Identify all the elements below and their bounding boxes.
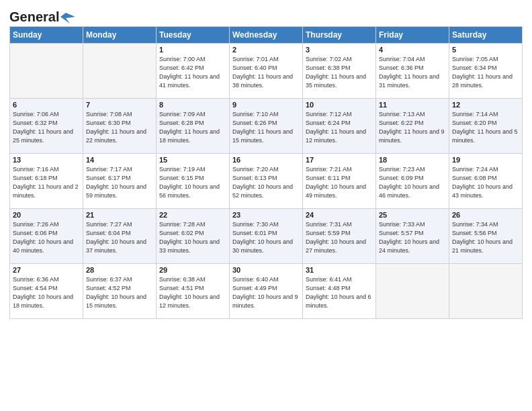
calendar-cell: 12Sunrise: 7:14 AMSunset: 6:20 PMDayligh… [449, 99, 523, 154]
calendar-cell: 30Sunrise: 6:40 AMSunset: 4:49 PMDayligh… [230, 264, 303, 319]
logo: General [9, 7, 75, 22]
day-number: 24 [306, 211, 373, 219]
day-info: Sunrise: 7:30 AMSunset: 6:01 PMDaylight:… [232, 220, 300, 255]
calendar-cell: 14Sunrise: 7:17 AMSunset: 6:17 PMDayligh… [83, 154, 157, 209]
calendar-cell: 15Sunrise: 7:19 AMSunset: 6:15 PMDayligh… [157, 154, 230, 209]
calendar-table: SundayMondayTuesdayWednesdayThursdayFrid… [9, 26, 523, 319]
day-info: Sunrise: 7:06 AMSunset: 6:32 PMDaylight:… [13, 110, 80, 145]
calendar-cell: 24Sunrise: 7:31 AMSunset: 5:59 PMDayligh… [303, 209, 376, 264]
day-number: 8 [159, 101, 226, 109]
logo-bird-icon [60, 11, 75, 24]
calendar-cell: 9Sunrise: 7:10 AMSunset: 6:26 PMDaylight… [230, 99, 303, 154]
calendar-cell: 3Sunrise: 7:02 AMSunset: 6:38 PMDaylight… [303, 44, 376, 99]
day-number: 6 [13, 101, 80, 109]
calendar-cell: 20Sunrise: 7:26 AMSunset: 6:06 PMDayligh… [10, 209, 83, 264]
svg-marker-0 [60, 13, 75, 24]
day-info: Sunrise: 7:17 AMSunset: 6:17 PMDaylight:… [86, 165, 153, 200]
calendar-cell: 29Sunrise: 6:38 AMSunset: 4:51 PMDayligh… [157, 264, 230, 319]
calendar-cell: 5Sunrise: 7:05 AMSunset: 6:34 PMDaylight… [449, 44, 523, 99]
weekday-header-monday: Monday [83, 27, 157, 44]
day-number: 19 [452, 156, 519, 164]
day-number: 15 [159, 156, 226, 164]
calendar-cell: 10Sunrise: 7:12 AMSunset: 6:24 PMDayligh… [303, 99, 376, 154]
day-number: 20 [13, 211, 80, 219]
day-info: Sunrise: 7:23 AMSunset: 6:09 PMDaylight:… [379, 165, 446, 200]
day-info: Sunrise: 7:21 AMSunset: 6:11 PMDaylight:… [306, 165, 373, 200]
day-info: Sunrise: 7:24 AMSunset: 6:08 PMDaylight:… [452, 165, 519, 200]
day-info: Sunrise: 7:31 AMSunset: 5:59 PMDaylight:… [306, 220, 373, 255]
calendar-cell: 7Sunrise: 7:08 AMSunset: 6:30 PMDaylight… [83, 99, 157, 154]
calendar-week-row: 13Sunrise: 7:16 AMSunset: 6:18 PMDayligh… [10, 154, 523, 209]
weekday-header-friday: Friday [376, 27, 449, 44]
calendar-cell: 27Sunrise: 6:36 AMSunset: 4:54 PMDayligh… [10, 264, 83, 319]
day-number: 2 [232, 46, 300, 54]
day-info: Sunrise: 7:26 AMSunset: 6:06 PMDaylight:… [13, 220, 80, 255]
day-info: Sunrise: 7:14 AMSunset: 6:20 PMDaylight:… [452, 110, 519, 145]
header: General [9, 7, 523, 22]
day-info: Sunrise: 7:16 AMSunset: 6:18 PMDaylight:… [13, 165, 80, 200]
calendar-cell: 31Sunrise: 6:41 AMSunset: 4:48 PMDayligh… [303, 264, 376, 319]
weekday-header-tuesday: Tuesday [157, 27, 230, 44]
day-number: 11 [379, 101, 446, 109]
day-info: Sunrise: 7:02 AMSunset: 6:38 PMDaylight:… [306, 55, 373, 90]
calendar-cell: 23Sunrise: 7:30 AMSunset: 6:01 PMDayligh… [230, 209, 303, 264]
page: General SundayMondayTuesdayWednesdayThur… [0, 0, 532, 411]
weekday-header-sunday: Sunday [10, 27, 83, 44]
day-number: 30 [232, 266, 300, 274]
day-info: Sunrise: 7:05 AMSunset: 6:34 PMDaylight:… [452, 55, 519, 90]
day-info: Sunrise: 6:37 AMSunset: 4:52 PMDaylight:… [86, 275, 153, 310]
calendar-week-row: 27Sunrise: 6:36 AMSunset: 4:54 PMDayligh… [10, 264, 523, 319]
calendar-cell [449, 264, 523, 319]
calendar-week-row: 1Sunrise: 7:00 AMSunset: 6:42 PMDaylight… [10, 44, 523, 99]
calendar-cell: 6Sunrise: 7:06 AMSunset: 6:32 PMDaylight… [10, 99, 83, 154]
day-number: 13 [13, 156, 80, 164]
day-number: 26 [452, 211, 519, 219]
weekday-header-wednesday: Wednesday [230, 27, 303, 44]
day-number: 5 [452, 46, 519, 54]
day-info: Sunrise: 7:09 AMSunset: 6:28 PMDaylight:… [159, 110, 226, 145]
calendar-week-row: 20Sunrise: 7:26 AMSunset: 6:06 PMDayligh… [10, 209, 523, 264]
day-number: 21 [86, 211, 153, 219]
day-number: 12 [452, 101, 519, 109]
day-info: Sunrise: 7:27 AMSunset: 6:04 PMDaylight:… [86, 220, 153, 255]
day-number: 27 [13, 266, 80, 274]
calendar-cell: 2Sunrise: 7:01 AMSunset: 6:40 PMDaylight… [230, 44, 303, 99]
day-info: Sunrise: 7:10 AMSunset: 6:26 PMDaylight:… [232, 110, 300, 145]
day-info: Sunrise: 7:01 AMSunset: 6:40 PMDaylight:… [232, 55, 300, 90]
day-number: 9 [232, 101, 300, 109]
day-number: 17 [306, 156, 373, 164]
calendar-cell: 26Sunrise: 7:34 AMSunset: 5:56 PMDayligh… [449, 209, 523, 264]
weekday-header-saturday: Saturday [449, 27, 523, 44]
day-number: 25 [379, 211, 446, 219]
day-number: 3 [306, 46, 373, 54]
calendar-cell: 22Sunrise: 7:28 AMSunset: 6:02 PMDayligh… [157, 209, 230, 264]
day-number: 7 [86, 101, 153, 109]
calendar-cell [376, 264, 449, 319]
day-number: 18 [379, 156, 446, 164]
calendar-cell [10, 44, 83, 99]
calendar-cell: 28Sunrise: 6:37 AMSunset: 4:52 PMDayligh… [83, 264, 157, 319]
day-info: Sunrise: 7:04 AMSunset: 6:36 PMDaylight:… [379, 55, 446, 90]
day-info: Sunrise: 6:41 AMSunset: 4:48 PMDaylight:… [306, 275, 373, 310]
calendar-cell: 21Sunrise: 7:27 AMSunset: 6:04 PMDayligh… [83, 209, 157, 264]
logo-general: General [9, 9, 59, 25]
day-info: Sunrise: 7:33 AMSunset: 5:57 PMDaylight:… [379, 220, 446, 255]
day-info: Sunrise: 7:19 AMSunset: 6:15 PMDaylight:… [159, 165, 226, 200]
weekday-header-thursday: Thursday [303, 27, 376, 44]
day-number: 16 [232, 156, 300, 164]
calendar-cell: 4Sunrise: 7:04 AMSunset: 6:36 PMDaylight… [376, 44, 449, 99]
calendar-week-row: 6Sunrise: 7:06 AMSunset: 6:32 PMDaylight… [10, 99, 523, 154]
day-number: 1 [159, 46, 226, 54]
calendar-cell: 16Sunrise: 7:20 AMSunset: 6:13 PMDayligh… [230, 154, 303, 209]
day-number: 28 [86, 266, 153, 274]
calendar-header-row: SundayMondayTuesdayWednesdayThursdayFrid… [10, 27, 523, 44]
day-info: Sunrise: 7:28 AMSunset: 6:02 PMDaylight:… [159, 220, 226, 255]
day-info: Sunrise: 6:40 AMSunset: 4:49 PMDaylight:… [232, 275, 300, 310]
day-number: 23 [232, 211, 300, 219]
day-number: 10 [306, 101, 373, 109]
day-info: Sunrise: 7:00 AMSunset: 6:42 PMDaylight:… [159, 55, 226, 90]
calendar-cell: 11Sunrise: 7:13 AMSunset: 6:22 PMDayligh… [376, 99, 449, 154]
calendar-cell: 13Sunrise: 7:16 AMSunset: 6:18 PMDayligh… [10, 154, 83, 209]
day-info: Sunrise: 7:08 AMSunset: 6:30 PMDaylight:… [86, 110, 153, 145]
day-number: 29 [159, 266, 226, 274]
